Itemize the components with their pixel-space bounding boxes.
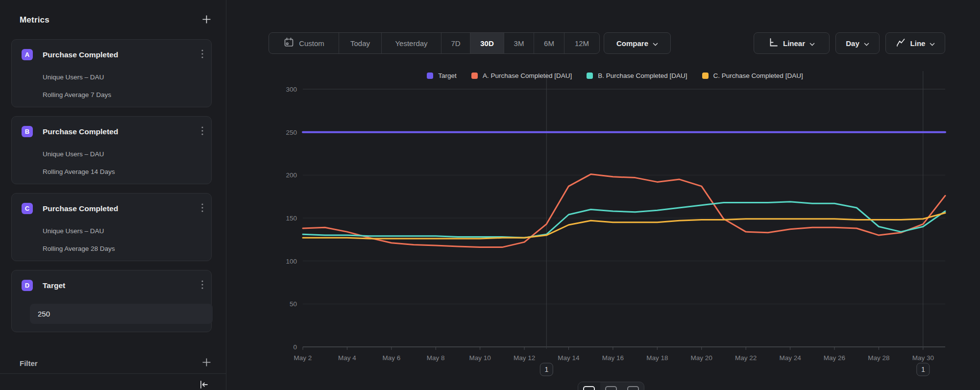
- y-axis-label: 50: [290, 300, 297, 308]
- x-axis-label: May 16: [602, 354, 624, 362]
- metric-menu-button[interactable]: [200, 279, 204, 292]
- x-axis-label: May 14: [558, 354, 580, 362]
- metric-measure: Unique Users – DAU: [43, 227, 201, 235]
- x-axis-label: May 10: [469, 354, 491, 362]
- x-axis-label: May 20: [691, 354, 712, 362]
- plus-icon: [202, 358, 211, 368]
- linear-scale-icon: [768, 37, 779, 49]
- x-axis-label: May 12: [514, 354, 535, 362]
- metrics-sidebar: Metrics A Purchase Completed Unique User…: [0, 0, 226, 390]
- kebab-icon: [201, 126, 203, 137]
- legend-label: Target: [438, 72, 457, 79]
- svg-text:1: 1: [921, 366, 925, 373]
- metric-card-b[interactable]: B Purchase Completed Unique Users – DAU …: [11, 116, 212, 184]
- view-option-panel-small[interactable]: [622, 382, 644, 390]
- metric-transform: Rolling Average 28 Days: [43, 245, 201, 252]
- legend-swatch: [702, 73, 709, 79]
- scale-select-button[interactable]: Linear: [754, 32, 830, 54]
- kebab-icon: [201, 280, 203, 291]
- range-6m[interactable]: 6M: [534, 33, 564, 53]
- x-axis-label: May 22: [735, 354, 757, 362]
- x-axis-label: May 26: [824, 354, 845, 362]
- range-30d[interactable]: 30D: [470, 33, 504, 53]
- legend-label: B. Purchase Completed [DAU]: [598, 72, 687, 79]
- x-axis-label: May 24: [779, 354, 801, 362]
- annotation-badge[interactable]: 1: [540, 363, 553, 376]
- add-metric-button[interactable]: [201, 14, 212, 26]
- chevron-down-icon: [930, 39, 935, 48]
- legend-swatch: [427, 73, 433, 79]
- view-option-panel-medium[interactable]: [600, 382, 622, 390]
- panel-icon: [605, 386, 617, 390]
- panel-icon: [583, 386, 595, 390]
- range-12m[interactable]: 12M: [564, 33, 599, 53]
- metric-measure: Unique Users – DAU: [43, 73, 201, 81]
- metric-badge: B: [22, 126, 33, 137]
- metric-title: Purchase Completed: [43, 127, 200, 136]
- x-axis-label: May 2: [294, 354, 312, 362]
- chevron-down-icon: [864, 39, 869, 48]
- range-7d[interactable]: 7D: [441, 33, 470, 53]
- metric-badge: A: [22, 49, 33, 60]
- bottom-view-switcher: [578, 382, 644, 390]
- metric-card-a[interactable]: A Purchase Completed Unique Users – DAU …: [11, 39, 212, 107]
- range-yesterday[interactable]: Yesterday: [382, 33, 441, 53]
- range-3m[interactable]: 3M: [504, 33, 534, 53]
- plus-icon: [202, 15, 211, 25]
- y-axis-label: 250: [286, 129, 297, 136]
- line-chart: 050100150200250300May 2May 4May 6May 8Ma…: [274, 69, 956, 382]
- target-value-input[interactable]: [30, 304, 213, 324]
- x-axis-label: May 18: [646, 354, 668, 362]
- chart-type-select-button[interactable]: Line: [885, 32, 945, 54]
- y-axis-label: 300: [286, 86, 297, 93]
- collapse-sidebar-button[interactable]: [197, 378, 210, 390]
- legend-item[interactable]: Target: [427, 72, 457, 79]
- y-axis-label: 150: [286, 215, 297, 222]
- x-axis-label: May 6: [382, 354, 400, 362]
- date-range-picker: Custom Today Yesterday 7D 30D 3M 6M 12M: [269, 32, 600, 54]
- series-line: [303, 213, 945, 239]
- target-title: Target: [43, 281, 200, 290]
- filter-section: Filter: [20, 357, 212, 369]
- chevron-down-icon: [809, 39, 815, 48]
- metric-badge: D: [22, 280, 33, 291]
- filter-label: Filter: [20, 359, 38, 367]
- x-axis-label: May 30: [912, 354, 934, 362]
- collapse-left-icon: [198, 379, 209, 390]
- legend-swatch: [587, 73, 593, 79]
- chart-legend: TargetA. Purchase Completed [DAU]B. Purc…: [274, 69, 956, 82]
- sidebar-title: Metrics: [20, 15, 49, 25]
- metric-menu-button[interactable]: [200, 202, 204, 215]
- range-custom[interactable]: Custom: [269, 33, 339, 53]
- add-filter-button[interactable]: [201, 357, 212, 369]
- metric-badge: C: [22, 203, 33, 214]
- svg-text:1: 1: [544, 366, 548, 373]
- metric-menu-button[interactable]: [200, 49, 204, 61]
- annotation-badge[interactable]: 1: [917, 363, 930, 376]
- metric-menu-button[interactable]: [200, 125, 204, 138]
- chart-panel: Custom Today Yesterday 7D 30D 3M 6M 12M …: [226, 0, 980, 390]
- kebab-icon: [201, 203, 203, 214]
- target-card[interactable]: D Target: [11, 270, 212, 332]
- range-today[interactable]: Today: [339, 33, 382, 53]
- legend-item[interactable]: A. Purchase Completed [DAU]: [471, 72, 572, 79]
- calendar-icon: [283, 37, 294, 49]
- legend-swatch: [471, 73, 478, 79]
- view-option-panel-large[interactable]: [578, 382, 600, 390]
- legend-item[interactable]: C. Purchase Completed [DAU]: [702, 72, 803, 79]
- metric-title: Purchase Completed: [43, 204, 200, 213]
- metric-card-c[interactable]: C Purchase Completed Unique Users – DAU …: [11, 193, 212, 261]
- x-axis-label: May 8: [427, 354, 445, 362]
- chevron-down-icon: [653, 39, 658, 48]
- y-axis-label: 100: [286, 258, 297, 265]
- metric-measure: Unique Users – DAU: [43, 150, 201, 158]
- x-axis-label: May 28: [868, 354, 889, 362]
- compare-button[interactable]: Compare: [604, 32, 671, 54]
- panel-icon: [627, 386, 639, 390]
- x-axis-label: May 4: [338, 354, 356, 362]
- legend-label: C. Purchase Completed [DAU]: [713, 72, 803, 79]
- y-axis-label: 0: [293, 343, 297, 351]
- metric-title: Purchase Completed: [43, 50, 200, 59]
- interval-select-button[interactable]: Day: [835, 32, 880, 54]
- legend-item[interactable]: B. Purchase Completed [DAU]: [587, 72, 687, 79]
